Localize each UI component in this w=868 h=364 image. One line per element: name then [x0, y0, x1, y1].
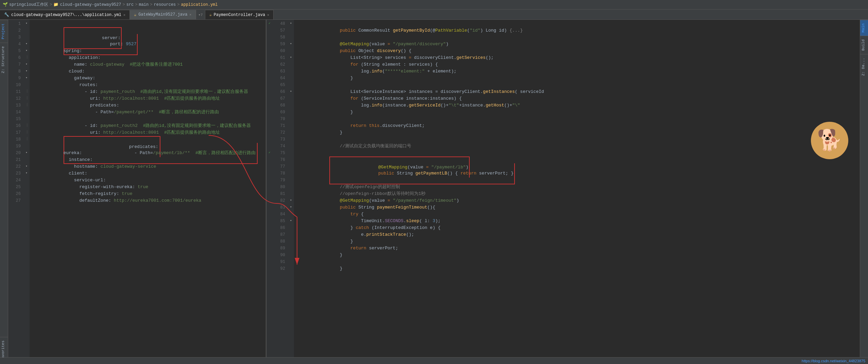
breadcrumb-file[interactable]: application.yml: [181, 2, 218, 7]
check-empty-59: [266, 40, 273, 47]
fold-12-connector: │: [23, 95, 30, 101]
fold-22[interactable]: ▾: [23, 163, 30, 169]
java-code-area: ✓: [266, 20, 860, 364]
java-line-90: [295, 252, 860, 259]
right-tab-build[interactable]: Build: [860, 36, 868, 54]
ln-16: 16: [8, 122, 21, 129]
tab-yaml-close[interactable]: ✕: [123, 13, 125, 17]
tab-java-main-close[interactable]: ✕: [189, 13, 191, 17]
right-tab-main[interactable]: Main: [860, 20, 868, 36]
jgutter-73: [288, 135, 294, 142]
jln-60: 60: [273, 48, 285, 54]
jln-81: 81: [273, 191, 285, 197]
tab-java-main[interactable]: ☕ GateWayMain9527.java ✕: [130, 10, 196, 19]
check-empty-92: [266, 265, 273, 271]
breadcrumb-folder1[interactable]: 📁: [53, 2, 58, 7]
jln-89: 89: [273, 245, 285, 252]
breadcrumb-bar: 🌱 springcloud工作区 > 📁 cloud-gateway-gatew…: [0, 0, 868, 10]
right-tab-da[interactable]: Z: Da...: [860, 54, 868, 79]
check-empty-90: [266, 251, 273, 258]
fold-5[interactable]: ▾: [23, 47, 30, 54]
java-line-64: [295, 75, 860, 82]
check-empty-87: [266, 231, 273, 237]
jgutter-82: ▾: [288, 197, 294, 203]
jgutter-57: [288, 27, 294, 33]
tab-bar: 🔧 cloud-gateway-gateway9527\...\applicat…: [0, 10, 868, 20]
check-empty-69: [266, 108, 273, 115]
jln-61: 61: [273, 54, 285, 61]
ln-17: 17: [8, 129, 21, 136]
breadcrumb-folder3-text[interactable]: main: [139, 2, 149, 7]
ln-22: 22: [8, 163, 21, 170]
check-empty-70: [266, 115, 273, 122]
jgutter-84: [288, 210, 294, 217]
java-line-65: List<ServiceInstance> instances = discov…: [295, 82, 860, 88]
yaml-line-1: server:: [30, 20, 266, 27]
status-url: https://blog.csdn.net/weixin_44823875: [802, 359, 865, 363]
jgutter-63: [288, 67, 294, 74]
fold-13-connector: │: [23, 101, 30, 108]
breadcrumb-icon: 🌱: [3, 2, 8, 7]
jgutter-59: ▾: [288, 40, 294, 47]
ln-5: 5: [8, 48, 21, 54]
tab-payment-close[interactable]: ✕: [267, 13, 269, 17]
jgutter-80: [288, 183, 294, 190]
jgutter-87: [288, 231, 294, 237]
breadcrumb-folder4-text[interactable]: resources: [154, 2, 176, 7]
check-empty-85: [266, 217, 273, 224]
jln-88: 88: [273, 238, 285, 245]
ln-24: 24: [8, 177, 21, 184]
ln-7: 7: [8, 61, 21, 68]
jln-59: 59: [273, 41, 285, 48]
fold-8[interactable]: ▾: [23, 67, 30, 74]
ln-25: 25: [8, 184, 21, 191]
tab-payment-label: PaymenController.java: [214, 13, 265, 17]
java-pane: ✓: [266, 20, 860, 364]
fold-9[interactable]: ▾: [23, 74, 30, 81]
fold-6-connector: │: [23, 54, 30, 61]
check-empty-86: [266, 224, 273, 231]
jln-68: 68: [273, 102, 285, 109]
check-empty-68: [266, 101, 273, 108]
fold-23[interactable]: ▾: [23, 169, 30, 176]
ln-15: 15: [8, 116, 21, 122]
check-empty-78: [266, 169, 273, 176]
check-empty-80: [266, 183, 273, 190]
jln-84: 84: [273, 211, 285, 218]
breadcrumb-folder1-text[interactable]: cloud-gateway-gateway9527: [60, 2, 121, 7]
check-empty-61: [266, 54, 273, 61]
jgutter-76: [288, 156, 294, 163]
ln-18: 18: [8, 136, 21, 143]
yaml-icon: 🔧: [4, 12, 9, 17]
yaml-line-numbers: 1 2 3 4 5 6 7 8 9 10 11 12 13 14 15 16 1: [8, 20, 23, 364]
jgutter-85: ▾: [288, 217, 294, 224]
fold-4[interactable]: ▾: [23, 40, 30, 47]
jgutter-68: [288, 101, 294, 108]
yaml-line-15: - id: payment_routh2 #路由的id,没有固定规则但要求唯一，…: [30, 116, 266, 122]
panes-container: 1 2 3 4 5 6 7 8 9 10 11 12 13 14 15 16 1: [8, 20, 860, 364]
java-icon: ☕: [134, 12, 136, 17]
ln-11: 11: [8, 88, 21, 95]
sidebar-item-project[interactable]: Project: [0, 20, 8, 43]
tab-payment-controller[interactable]: ☕ PaymenController.java ✕: [205, 10, 274, 19]
jgutter-83: ▾: [288, 203, 294, 210]
jln-76: 76: [273, 156, 285, 163]
breadcrumb-project[interactable]: springcloud工作区: [9, 2, 48, 7]
fold-7[interactable]: ▾: [23, 61, 30, 67]
fold-20[interactable]: ▾: [23, 149, 30, 156]
jln-77: 77: [273, 163, 285, 170]
fold-1[interactable]: ▾: [23, 20, 30, 27]
mascot-image: 🐕: [811, 122, 848, 159]
jgutter-79: [288, 176, 294, 183]
ln-4: 4: [8, 41, 21, 48]
sidebar-item-structure[interactable]: Z: Structure: [0, 43, 8, 77]
tab-yaml[interactable]: 🔧 cloud-gateway-gateway9527\...\applicat…: [0, 10, 130, 19]
jgutter-70: [288, 115, 294, 122]
ln-20: 20: [8, 150, 21, 156]
main-layout: Project Z: Structure Favorites 1 2 3 4 5…: [0, 20, 868, 364]
gutter-21: [23, 156, 30, 163]
breadcrumb-folder2-text[interactable]: src: [126, 2, 134, 7]
jln-74: 74: [273, 143, 285, 150]
fold-11-connector: │: [23, 88, 30, 95]
pane-divider-marker: ▾7: [196, 10, 205, 19]
